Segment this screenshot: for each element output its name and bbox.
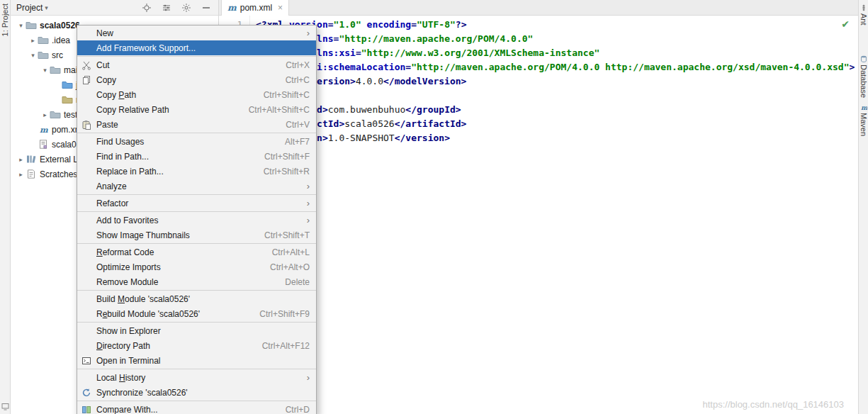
editor-tab-bar: m pom.xml × [219,0,858,16]
menu-item-build-module-scala0526[interactable]: Build Module 'scala0526' [77,291,316,306]
compare-icon [81,405,94,414]
folder-icon [50,65,62,75]
menu-item-add-to-favorites[interactable]: Add to Favorites› [77,213,316,228]
maven-icon: m [860,103,867,111]
menu-item-shortcut: Ctrl+Shift+C [249,90,310,100]
tab-pom-xml[interactable]: m pom.xml × [221,0,289,16]
menu-item-new[interactable]: New› [77,26,316,40]
project-panel-header: Project ▾ [11,0,218,16]
icon-spacer [81,247,94,257]
menu-item-find-usages[interactable]: Find UsagesAlt+F7 [77,134,316,149]
menu-item-label: Paste [96,120,118,130]
menu-item-cut[interactable]: CutCtrl+X [77,57,316,72]
menu-item-copy-path[interactable]: Copy PathCtrl+Shift+C [77,87,316,102]
tool-window-button-database[interactable]: Database [859,55,868,98]
code-line: <version>1.0-SNAPSHOT</version> [256,131,855,145]
folder-source-icon [62,80,74,90]
chevron-right-icon[interactable]: ▸ [40,111,50,118]
menu-item-shortcut: Ctrl+Shift+T [250,230,310,240]
code-line: <groupId>com.buwenbuhuo</groupId> [256,103,855,117]
icon-spacer [81,105,94,115]
code-content[interactable]: <?xml version="1.0" encoding="UTF-8"?><p… [250,16,855,414]
hide-panel-icon[interactable] [201,3,211,13]
menu-item-local-history[interactable]: Local History› [77,370,316,385]
left-tool-window-bar: 1: Project [0,0,11,414]
chevron-down-icon: ▾ [45,4,48,11]
tree-item-label: src [50,50,63,60]
context-menu: New›Add Framework Support...CutCtrl+XCop… [77,25,317,414]
menu-separator [77,133,316,133]
submenu-arrow-icon: › [307,28,310,38]
tool-window-button-maven[interactable]: m Maven [859,103,868,136]
icon-spacer [81,198,94,208]
menu-item-rebuild-module-scala0526[interactable]: Rebuild Module 'scala0526'Ctrl+Shift+F9 [77,306,316,321]
icon-spacer [81,28,94,38]
menu-item-label: Add to Favorites [96,216,158,225]
icon-spacer [81,167,94,177]
chevron-right-icon[interactable]: ▸ [16,156,26,163]
menu-item-optimize-imports[interactable]: Optimize ImportsCtrl+Alt+O [77,259,316,274]
menu-item-label: Cut [96,60,110,70]
locate-icon[interactable] [142,3,152,13]
chevron-right-icon[interactable]: ▸ [28,37,38,44]
maven-icon: m [227,4,237,12]
folder-icon [38,50,50,60]
menu-item-synchronize-scala0526[interactable]: Synchronize 'scala0526' [77,385,316,400]
menu-item-label: Compare With... [96,405,158,414]
tree-item-label: .idea [50,35,70,45]
menu-item-directory-path[interactable]: Directory PathCtrl+Alt+F12 [77,338,316,353]
menu-item-label: Copy Relative Path [96,105,169,115]
close-icon[interactable]: × [278,4,283,12]
menu-item-label: Directory Path [96,341,150,351]
menu-item-copy-relative-path[interactable]: Copy Relative PathCtrl+Alt+Shift+C [77,102,316,117]
menu-item-shortcut: Ctrl+V [271,120,310,130]
tab-label: pom.xml [240,3,272,13]
menu-item-copy[interactable]: CopyCtrl+C [77,72,316,87]
menu-item-label: Rebuild Module 'scala0526' [96,309,200,319]
icon-spacer [81,326,94,336]
menu-item-show-image-thumbnails[interactable]: Show Image ThumbnailsCtrl+Shift+T [77,228,316,242]
paste-icon [81,120,94,130]
view-options-icon[interactable] [162,3,171,13]
menu-item-label: Show in Explorer [96,326,161,336]
menu-item-refactor[interactable]: Refactor› [77,196,316,211]
menu-separator [77,211,316,212]
menu-item-reformat-code[interactable]: Reformat CodeCtrl+Alt+L [77,245,316,259]
settings-gear-icon[interactable] [181,3,191,13]
tree-item-label: test [62,110,77,120]
tool-window-button-ant[interactable]: Ant [859,4,868,26]
menu-item-paste[interactable]: PasteCtrl+V [77,117,316,132]
menu-item-label: New [96,28,113,38]
chevron-right-icon[interactable]: ▸ [16,171,26,178]
menu-item-analyze[interactable]: Analyze› [77,179,316,194]
tool-window-button-project[interactable]: 1: Project [1,4,9,36]
menu-item-add-framework-support[interactable]: Add Framework Support... [77,40,316,55]
menu-item-shortcut: Ctrl+Shift+R [249,167,310,177]
menu-separator [77,194,316,195]
submenu-arrow-icon: › [307,373,310,382]
menu-item-compare-with[interactable]: Compare With...Ctrl+D [77,402,316,414]
icon-spacer [81,294,94,304]
icon-spacer [81,341,94,351]
tool-window-button-label: Maven [859,113,868,136]
menu-separator [77,369,316,369]
toggle-toolwindows-icon[interactable] [1,403,9,410]
copy-icon [81,75,94,85]
chevron-down-icon[interactable]: ▾ [16,22,26,29]
project-view-selector[interactable]: Project ▾ [16,3,48,13]
menu-item-remove-module[interactable]: Remove ModuleDelete [77,274,316,289]
menu-item-label: Refactor [96,198,128,208]
menu-separator [77,243,316,244]
menu-item-shortcut: Alt+F7 [271,137,310,147]
menu-item-find-in-path[interactable]: Find in Path...Ctrl+Shift+F [77,149,316,164]
chevron-down-icon[interactable]: ▾ [28,52,38,59]
menu-item-open-in-terminal[interactable]: Open in Terminal [77,353,316,368]
menu-item-label: Remove Module [96,277,158,287]
menu-item-label: Replace in Path... [96,167,164,177]
menu-item-replace-in-path[interactable]: Replace in Path...Ctrl+Shift+R [77,164,316,179]
code-line: <artifactId>scala0526</artifactId> [256,117,855,131]
menu-item-shortcut: Ctrl+X [271,60,310,70]
menu-item-label: Find Usages [96,137,144,147]
chevron-down-icon[interactable]: ▾ [40,67,50,74]
menu-item-show-in-explorer[interactable]: Show in Explorer [77,323,316,338]
